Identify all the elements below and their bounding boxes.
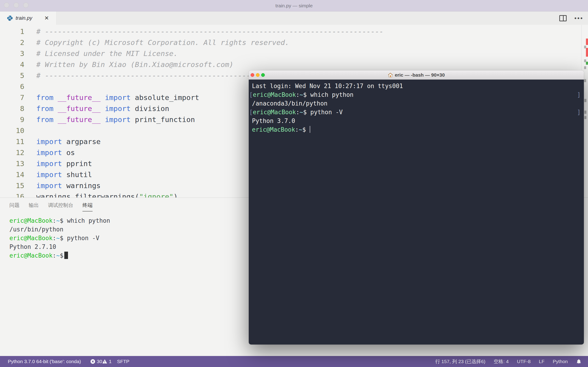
- integrated-terminal-row: /usr/bin/python: [9, 225, 110, 234]
- terminal-titlebar[interactable]: eric — -bash — 90×30: [249, 70, 584, 80]
- home-folder-icon: [388, 73, 393, 77]
- problems-status[interactable]: 30: [90, 359, 102, 364]
- panel-tab-输出[interactable]: 输出: [29, 202, 39, 211]
- integrated-terminal-row: eric@MacBook:~$: [9, 251, 110, 260]
- warnings-status[interactable]: 1: [102, 359, 112, 364]
- terminal-row: [eric@MacBook:~$ python -V]: [252, 108, 581, 117]
- python-icon: [7, 15, 13, 21]
- ruler-mark: [584, 66, 586, 69]
- tab-label: train.py: [16, 15, 32, 21]
- warning-icon: [102, 359, 107, 364]
- ruler-mark: [586, 39, 588, 45]
- sftp-status[interactable]: SFTP: [117, 359, 130, 364]
- integrated-terminal-row: eric@MacBook:~$ which python: [9, 216, 110, 225]
- editor-tab-bar: train.py ✕ •••: [0, 11, 588, 25]
- terminal-content[interactable]: Last login: Wed Nov 21 10:27:17 on ttys0…: [249, 80, 584, 344]
- vscode-titlebar: train.py — simple: [0, 0, 588, 11]
- ruler-mark: [584, 99, 586, 102]
- ruler-mark: [584, 116, 586, 119]
- terminal-row: /anaconda3/bin/python: [252, 99, 581, 108]
- terminal-window[interactable]: eric — -bash — 90×30 Last login: Wed Nov…: [249, 70, 584, 344]
- integrated-terminal[interactable]: eric@MacBook:~$ which python/usr/bin/pyt…: [9, 216, 110, 260]
- status-item[interactable]: 行 157, 列 23 (已选择6): [435, 358, 485, 365]
- integrated-terminal-row: eric@MacBook:~$ python -V: [9, 234, 110, 242]
- more-actions-icon[interactable]: •••: [574, 15, 583, 21]
- ruler-mark: [586, 48, 588, 57]
- ruler-mark: [584, 79, 586, 82]
- status-item[interactable]: 空格: 4: [493, 358, 509, 365]
- terminal-row: Last login: Wed Nov 21 10:27:17 on ttys0…: [252, 82, 581, 90]
- ruler-mark: [584, 110, 586, 114]
- python-interpreter-status[interactable]: Python 3.7.0 64-bit ('base': conda): [8, 359, 81, 364]
- panel-tab-调试控制台[interactable]: 调试控制台: [48, 202, 73, 211]
- window-title: train.py — simple: [0, 0, 588, 11]
- split-editor-icon[interactable]: [559, 15, 567, 21]
- status-bar: Python 3.7.0 64-bit ('base': conda) 30 1…: [0, 356, 588, 367]
- panel-tab-终端[interactable]: 终端: [82, 202, 93, 211]
- terminal-title: eric — -bash — 90×30: [395, 72, 445, 78]
- status-item[interactable]: Python: [553, 358, 568, 365]
- error-icon: [90, 359, 95, 364]
- terminal-row: eric@MacBook:~$: [252, 125, 581, 134]
- code-line: 1# -------------------------------------…: [0, 26, 588, 37]
- status-item[interactable]: UTF-8: [517, 358, 531, 365]
- warning-count: 1: [109, 359, 112, 364]
- error-count: 30: [97, 359, 102, 364]
- code-line: 2# Copyright (c) Microsoft Corporation. …: [0, 37, 588, 48]
- panel-tab-bar: 问题输出调试控制台终端: [9, 202, 93, 211]
- ruler-mark: [586, 62, 588, 65]
- code-line: 3# Licensed under the MIT License.: [0, 48, 588, 59]
- tab-train-py[interactable]: train.py ✕: [0, 11, 57, 25]
- code-line: 4# Written by Bin Xiao (Bin.Xiao@microso…: [0, 59, 588, 70]
- integrated-terminal-row: Python 2.7.10: [9, 242, 110, 251]
- tab-close-icon[interactable]: ✕: [44, 15, 49, 21]
- panel-tab-问题[interactable]: 问题: [9, 202, 19, 211]
- status-item[interactable]: LF: [539, 358, 545, 365]
- terminal-row: Python 3.7.0: [252, 117, 581, 125]
- notifications-bell-icon[interactable]: [576, 359, 582, 364]
- terminal-row: [eric@MacBook:~$ which python]: [252, 90, 581, 99]
